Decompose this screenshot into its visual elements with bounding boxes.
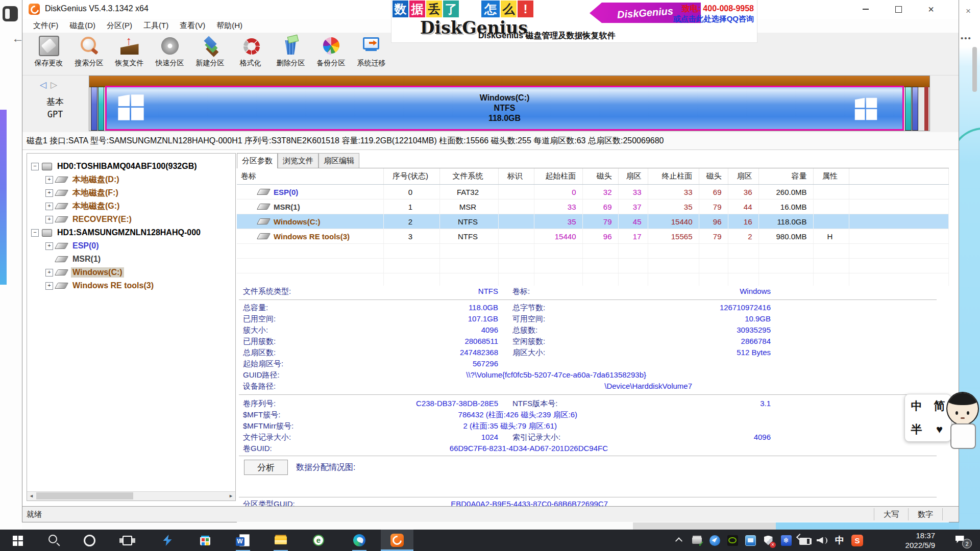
defender-icon[interactable] xyxy=(762,534,774,546)
table-row[interactable]: Windows RE tools(3)3NTFS1544096171556579… xyxy=(237,229,949,244)
banner-qq-link[interactable]: 或点击此处选择QQ咨询 xyxy=(673,14,754,24)
tree-item-5[interactable]: −HD1:SAMSUNGMZNLN128HAHQ-000 xyxy=(27,226,235,239)
partition-block-free[interactable] xyxy=(912,87,918,131)
battery-icon[interactable] xyxy=(798,534,810,546)
toolbar-delete-partition[interactable]: 删除分区 xyxy=(271,33,311,73)
menu-partition[interactable]: 分区(P) xyxy=(101,19,138,32)
ime-icon[interactable]: 中 xyxy=(834,534,846,546)
menu-view[interactable]: 查看(V) xyxy=(174,19,211,32)
column-header[interactable]: 属性 xyxy=(813,168,849,185)
tree-item-1[interactable]: +本地磁盘(D:) xyxy=(27,173,235,186)
sogou-icon[interactable]: S xyxy=(851,535,863,546)
background-scrollbar[interactable] xyxy=(972,47,977,92)
expand-icon[interactable]: + xyxy=(45,216,53,223)
banner-contact[interactable]: 致电: 400-008-9958 或点击此处选择QQ咨询 xyxy=(673,4,754,24)
column-header[interactable]: 文件系统 xyxy=(439,168,498,185)
taskbar-cortana[interactable] xyxy=(77,530,102,551)
expand-icon[interactable]: + xyxy=(45,203,53,210)
speaker-icon[interactable] xyxy=(816,534,828,546)
taskbar-start[interactable] xyxy=(5,530,30,551)
taskbar-search[interactable] xyxy=(42,530,66,551)
taskbar-edge[interactable] xyxy=(347,530,372,551)
collapse-icon[interactable]: − xyxy=(31,163,39,170)
table-row[interactable]: MSR(1)1MSR33693735794416.0MB xyxy=(237,199,949,214)
tree-item-2[interactable]: +本地磁盘(F:) xyxy=(27,186,235,199)
menu-file[interactable]: 文件(F) xyxy=(28,19,64,32)
taskbar-flash[interactable] xyxy=(155,530,180,551)
tab-partition-params[interactable]: 分区参数 xyxy=(237,153,278,168)
taskbar-store[interactable] xyxy=(193,530,217,551)
table-row[interactable]: Windows(C:)2NTFS357945154409616118.0GB xyxy=(237,214,949,229)
tree-item-3[interactable]: +本地磁盘(G:) xyxy=(27,199,235,213)
tree-horizontal-scrollbar[interactable]: ◄ ► xyxy=(27,491,235,500)
taskbar-word[interactable] xyxy=(231,530,255,551)
background-more-icon[interactable] xyxy=(961,34,972,42)
column-header[interactable]: 卷标 xyxy=(237,168,383,185)
expand-icon[interactable]: + xyxy=(45,269,53,277)
taskbar-explorer[interactable] xyxy=(268,530,293,551)
partition-block-esp[interactable] xyxy=(91,87,97,131)
tree-item-8[interactable]: +Windows(C:) xyxy=(27,266,235,279)
toolbar-quick-partition[interactable]: 快速分区 xyxy=(150,33,190,73)
close-button[interactable] xyxy=(915,0,947,18)
prev-disk-icon[interactable]: ◁ xyxy=(40,80,51,90)
partition-block-msr[interactable] xyxy=(98,87,104,131)
partition-block-re-tools[interactable] xyxy=(905,87,912,131)
tree-item-0[interactable]: −HD0:TOSHIBAMQ04ABF100(932GB) xyxy=(27,160,235,173)
pc-bird-icon[interactable] xyxy=(708,534,721,546)
table-row[interactable]: ESP(0)0FAT3203233336936260.0MB xyxy=(237,185,949,199)
minimize-button[interactable] xyxy=(849,0,882,18)
column-header[interactable]: 容量 xyxy=(758,168,813,185)
expand-icon[interactable]: + xyxy=(45,242,53,250)
partition-block-windows-c[interactable]: Windows(C:) NTFS 118.0GB xyxy=(105,86,904,131)
column-header[interactable]: 序号(状态) xyxy=(383,168,439,185)
intel-icon[interactable] xyxy=(744,534,756,546)
scrollbar-thumb[interactable] xyxy=(36,492,133,499)
taskbar-diskgenius[interactable] xyxy=(381,530,413,551)
toolbar-search-partition[interactable]: 搜索分区 xyxy=(69,33,109,73)
snowflake-icon[interactable] xyxy=(780,534,792,546)
toolbar-backup-partition[interactable]: 备份分区 xyxy=(311,33,351,73)
background-close-icon[interactable] xyxy=(962,5,975,17)
toolbar-system-migrate[interactable]: 系统迁移 xyxy=(351,33,391,73)
chevron-up-icon[interactable] xyxy=(673,534,685,546)
promo-banner[interactable]: 数据丢了怎么! DiskGenius DiskGenius 致电: 400-00… xyxy=(391,0,757,43)
nvidia-icon[interactable] xyxy=(726,534,739,546)
taskbar-task-view[interactable] xyxy=(115,530,139,551)
column-header[interactable]: 扇区 xyxy=(728,168,758,185)
printer-check-icon[interactable] xyxy=(691,534,703,546)
scroll-left-icon[interactable]: ◄ xyxy=(27,492,36,500)
taskbar-browser-360[interactable] xyxy=(306,530,331,551)
toolbar-format[interactable]: 格式化 xyxy=(230,33,271,73)
tree-item-6[interactable]: +ESP(0) xyxy=(27,239,235,253)
column-header[interactable]: 终止柱面 xyxy=(648,168,699,185)
expand-icon[interactable]: + xyxy=(45,176,53,184)
tree-item-4[interactable]: +RECOVERY(E:) xyxy=(27,213,235,226)
taskbar-clock[interactable]: 18:37 2022/5/9 xyxy=(886,530,935,551)
tree-item-7[interactable]: MSR(1) xyxy=(27,253,235,266)
maximize-button[interactable] xyxy=(882,0,915,18)
column-header[interactable]: 磁头 xyxy=(699,168,728,185)
disk-nav-arrows[interactable]: ◁▷ xyxy=(40,80,61,90)
column-header[interactable]: 磁头 xyxy=(582,168,618,185)
tree-item-9[interactable]: +Windows RE tools(3) xyxy=(27,279,235,292)
column-header[interactable]: 起始柱面 xyxy=(534,168,582,185)
collapse-icon[interactable]: − xyxy=(31,229,39,237)
toolbar-save-changes[interactable]: 保存更改 xyxy=(29,33,69,73)
menu-disk[interactable]: 磁盘(D) xyxy=(64,19,101,32)
ime-status-widget[interactable]: 中简半♥ xyxy=(904,394,951,442)
menu-tools[interactable]: 工具(T) xyxy=(138,19,174,32)
menu-help[interactable]: 帮助(H) xyxy=(211,19,248,32)
next-disk-icon[interactable]: ▷ xyxy=(51,80,61,90)
expand-icon[interactable]: + xyxy=(45,189,53,197)
column-header[interactable]: 标识 xyxy=(498,168,534,185)
scroll-right-icon[interactable]: ► xyxy=(227,492,235,500)
column-header[interactable]: 扇区 xyxy=(618,168,648,185)
expand-icon[interactable]: + xyxy=(45,282,53,290)
analyze-button[interactable]: 分析 xyxy=(244,460,288,475)
tab-browse-files[interactable]: 浏览文件 xyxy=(278,153,318,168)
tab-sector-edit[interactable]: 扇区编辑 xyxy=(318,153,359,168)
notification-center-icon[interactable]: 2 xyxy=(948,530,975,551)
toolbar-new-partition[interactable]: 新建分区 xyxy=(190,33,230,73)
toolbar-recover-files[interactable]: 恢复文件 xyxy=(109,33,150,73)
